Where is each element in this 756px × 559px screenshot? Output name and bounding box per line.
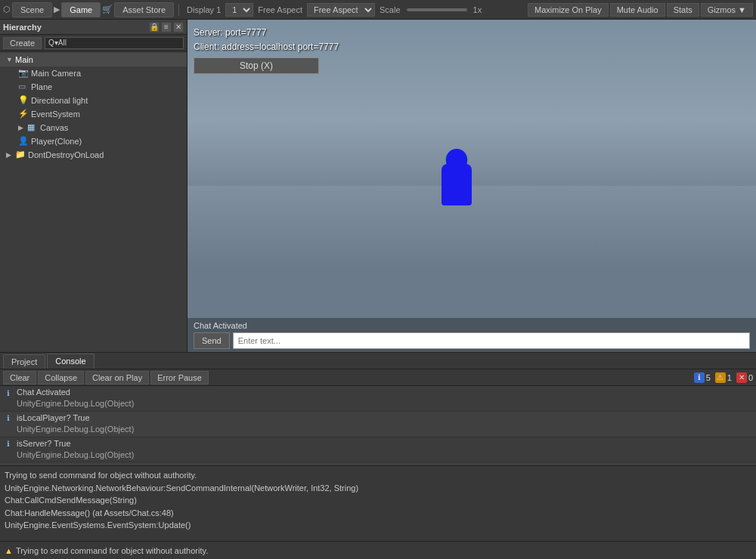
bottom-tabs: Project Console <box>0 353 756 369</box>
stop-button[interactable]: Stop (X) <box>194 57 319 74</box>
log-entry-1[interactable]: ℹ isLocalPlayer? TrueUnityEngine.Debug.L… <box>0 412 756 437</box>
hierarchy-content: ▼ Main 📷 Main Camera ▭ Plane 💡 Direction… <box>0 51 187 352</box>
tab-console[interactable]: Console <box>47 354 94 369</box>
log-text-1: isLocalPlayer? TrueUnityEngine.Debug.Log… <box>17 412 134 436</box>
main-layout: Hierarchy 🔒 ≡ ✕ Create ▼ Main 📷 Main Cam… <box>0 20 756 352</box>
scale-value: 1x <box>470 5 485 14</box>
hierarchy-item-main[interactable]: ▼ Main <box>0 53 187 66</box>
status-text: Trying to send command for object withou… <box>16 546 208 555</box>
server-info: Server: port=7777 Client: address=localh… <box>194 26 339 74</box>
dontdestroy-label: DontDestroyOnLoad <box>28 150 104 159</box>
event-icon: ⚡ <box>18 109 29 119</box>
log-text-0: Chat ActivatedUnityEngine.Debug.Log(Obje… <box>17 387 134 410</box>
light-icon: 💡 <box>18 95 29 106</box>
maximize-on-play-button[interactable]: Maximize On Play <box>528 3 609 17</box>
game-view: Server: port=7777 Client: address=localh… <box>187 20 756 352</box>
warn-badge-icon: ⚠ <box>715 372 726 383</box>
separator <box>178 4 179 16</box>
player-icon: 👤 <box>18 136 29 147</box>
canvas-label: Canvas <box>40 123 68 132</box>
tab-scene[interactable]: Scene <box>12 2 52 17</box>
info-icon-1: ℹ <box>3 413 14 424</box>
detail-line-1: UnityEngine.Networking.NetworkBehaviour:… <box>5 482 751 495</box>
eventsystem-label: EventSystem <box>31 110 80 119</box>
info-icon-2: ℹ <box>3 439 14 449</box>
right-buttons: Maximize On Play Mute Audio Stats Gizmos… <box>528 3 753 17</box>
camera-label: Main Camera <box>31 69 81 78</box>
detail-line-2: Chat:CallCmdSendMessage(String) <box>5 494 751 507</box>
panel-close-icon[interactable]: ✕ <box>173 22 184 32</box>
log-entry-0[interactable]: ℹ Chat ActivatedUnityEngine.Debug.Log(Ob… <box>0 386 756 412</box>
badge-info: ℹ 5 <box>694 372 711 383</box>
hierarchy-item-dontdestroy[interactable]: ▶ 📁 DontDestroyOnLoad <box>0 148 187 162</box>
hierarchy-item-eventsystem[interactable]: ⚡ EventSystem <box>0 107 187 121</box>
scale-slider[interactable] <box>407 8 467 11</box>
tab-project[interactable]: Project <box>3 354 45 369</box>
clear-on-play-button[interactable]: Clear on Play <box>85 371 149 385</box>
tab-game[interactable]: Game <box>61 2 101 17</box>
collapse-button[interactable]: Collapse <box>38 371 84 385</box>
badge-warn: ⚠ 1 <box>715 372 732 383</box>
bottom-panel: Project Console Clear Collapse Clear on … <box>0 352 756 559</box>
game-overlay: Server: port=7777 Client: address=localh… <box>187 20 756 352</box>
hierarchy-create-button[interactable]: Create <box>3 37 42 49</box>
tab-asset-store[interactable]: Asset Store <box>114 2 174 17</box>
dontdestroy-arrow: ▶ <box>6 151 15 159</box>
camera-icon: 📷 <box>18 68 29 79</box>
scene-icon: ⬡ <box>3 5 11 14</box>
mute-audio-button[interactable]: Mute Audio <box>610 3 665 17</box>
character-head <box>446 149 467 170</box>
panel-controls: 🔒 ≡ ✕ <box>149 22 184 32</box>
detail-line-3: Chat:HandleMessage() (at Assets/Chat.cs:… <box>5 507 751 520</box>
aspect-select[interactable]: Free Aspect <box>307 3 375 17</box>
display-select[interactable]: 1 <box>225 3 253 17</box>
hierarchy-panel: Hierarchy 🔒 ≡ ✕ Create ▼ Main 📷 Main Cam… <box>0 20 187 352</box>
scale-label: Scale <box>376 5 404 14</box>
chat-label: Chat Activated <box>194 321 750 330</box>
chat-input[interactable] <box>233 332 750 349</box>
status-bar: ▲ Trying to send command for object with… <box>0 541 756 559</box>
send-button[interactable]: Send <box>194 332 230 349</box>
hierarchy-item-canvas[interactable]: ▶ ▦ Canvas <box>0 121 187 134</box>
log-entry-2[interactable]: ℹ isServer? TrueUnityEngine.Debug.Log(Ob… <box>0 437 756 463</box>
hierarchy-title: Hierarchy <box>3 23 42 32</box>
chat-area: Chat Activated Send <box>187 318 756 352</box>
hierarchy-toolbar: Create <box>0 35 187 51</box>
hierarchy-item-plane[interactable]: ▭ Plane <box>0 80 187 94</box>
status-warn-icon: ▲ <box>5 546 13 555</box>
plane-label: Plane <box>31 82 52 91</box>
log-text-2: isServer? TrueUnityEngine.Debug.Log(Obje… <box>17 438 134 462</box>
character <box>442 158 472 205</box>
aspect-label: Free Aspect <box>255 5 305 14</box>
info-count: 5 <box>706 373 711 382</box>
directional-light-label: Directional light <box>31 96 88 105</box>
info-icon: ℹ <box>3 388 14 398</box>
hierarchy-item-directional-light[interactable]: 💡 Directional light <box>0 94 187 107</box>
hierarchy-search-input[interactable] <box>45 37 184 49</box>
asset-icon: 🛒 <box>102 5 113 14</box>
client-text: Client: address=localhost port=7777 <box>194 40 339 54</box>
panel-lock-icon[interactable]: 🔒 <box>149 22 160 32</box>
gizmos-button[interactable]: Gizmos ▼ <box>701 3 753 17</box>
mesh-icon: ▭ <box>18 82 29 92</box>
info-badge-icon: ℹ <box>694 372 705 383</box>
main-label: Main <box>15 55 33 64</box>
clear-button[interactable]: Clear <box>3 371 36 385</box>
hierarchy-item-main-camera[interactable]: 📷 Main Camera <box>0 66 187 80</box>
panel-menu-icon[interactable]: ≡ <box>161 22 172 32</box>
canvas-arrow: ▶ <box>18 124 27 131</box>
error-pause-button[interactable]: Error Pause <box>150 371 209 385</box>
game-canvas: Server: port=7777 Client: address=localh… <box>187 20 756 352</box>
stats-button[interactable]: Stats <box>667 3 699 17</box>
dontdestroy-icon: 📁 <box>15 150 26 160</box>
hierarchy-item-player[interactable]: 👤 Player(Clone) <box>0 134 187 148</box>
console-right: ℹ 5 ⚠ 1 ✕ 0 <box>694 372 753 383</box>
scale-container: Scale 1x <box>376 5 485 14</box>
display-label: Display 1 <box>184 5 224 14</box>
detail-line-0: Trying to send command for object withou… <box>5 469 751 482</box>
detail-line-4: UnityEngine.EventSystems.EventSystem:Upd… <box>5 519 751 532</box>
game-icon: ▶ <box>54 5 60 14</box>
server-text: Server: port=7777 <box>194 26 339 40</box>
canvas-icon: ▦ <box>27 122 38 133</box>
error-badge-icon: ✕ <box>736 372 747 383</box>
